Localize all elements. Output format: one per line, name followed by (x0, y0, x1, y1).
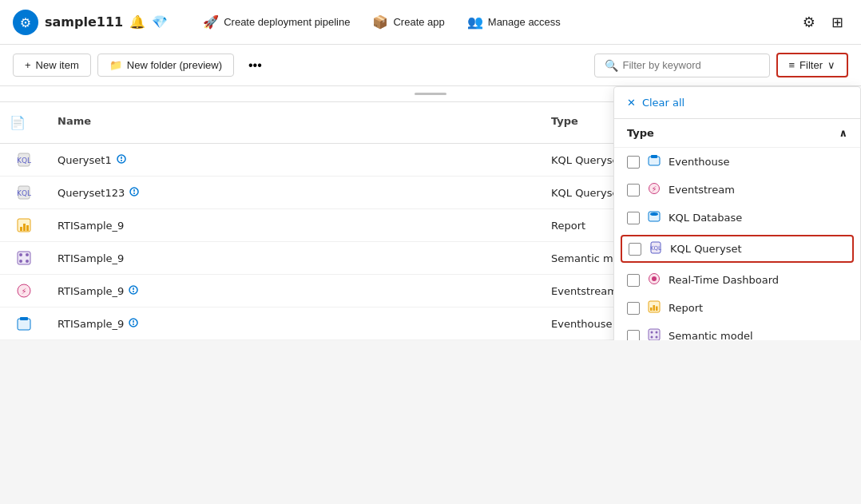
filter-checkbox-kql_database[interactable] (627, 212, 640, 224)
filter-item-label-eventstream: Eventstream (669, 184, 735, 196)
chevron-down-icon: ∨ (827, 59, 835, 71)
filter-item-kql_queryset[interactable]: KQL KQL Queryset (621, 235, 854, 263)
filter-item-realtime_dashboard[interactable]: Real-Time Dashboard (614, 266, 860, 294)
new-item-button[interactable]: + New item (13, 54, 91, 77)
row-name-cell: RTISample_9 (48, 310, 542, 338)
svg-point-36 (650, 212, 658, 216)
svg-rect-45 (649, 329, 660, 340)
filter-item-semantic_model[interactable]: Semantic model (614, 322, 860, 340)
windows-icon: ⊞ (827, 9, 848, 35)
filter-item-label-eventhouse: Eventhouse (669, 156, 729, 168)
main-content: 📄 Name Type Task KQL Queryset1 KQL Query… (0, 86, 861, 340)
plus-icon: + (25, 59, 31, 71)
search-box[interactable]: 🔍 (594, 54, 770, 77)
svg-rect-43 (653, 305, 656, 311)
create-deployment-label: Create deployment pipeline (224, 16, 350, 28)
svg-rect-15 (26, 225, 29, 231)
filter-button[interactable]: ≡ Filter ∨ (776, 53, 848, 77)
svg-point-18 (26, 253, 29, 256)
clear-all-label: Clear all (642, 97, 684, 109)
filter-checkbox-eventhouse[interactable] (627, 156, 640, 169)
more-options-button[interactable]: ••• (240, 54, 270, 77)
row-badge (129, 187, 139, 199)
svg-point-6 (121, 160, 122, 161)
svg-text:KQL: KQL (650, 245, 661, 252)
filter-item-icon-eventstream: ⚡ (648, 182, 661, 197)
svg-text:⚡: ⚡ (21, 287, 26, 296)
filter-icon: ≡ (789, 59, 796, 71)
row-name-cell: Queryset1 (48, 146, 542, 174)
row-type-icon: KQL (0, 177, 48, 208)
filter-item-icon-kql_database (648, 210, 661, 225)
search-input[interactable] (623, 59, 760, 71)
toolbar: + New item 📁 New folder (preview) ••• 🔍 … (0, 45, 861, 86)
topnav-actions: 🚀 Create deployment pipeline 📦 Create ap… (193, 10, 570, 34)
row-name-cell: RTISample_9 (48, 212, 542, 240)
rocket-icon: 🚀 (203, 14, 219, 30)
search-icon: 🔍 (605, 59, 618, 72)
filter-label: Filter (800, 59, 823, 71)
type-section-header[interactable]: Type ∧ (614, 119, 860, 148)
svg-rect-44 (656, 307, 658, 312)
settings-icon[interactable]: ⚙️ (798, 9, 820, 35)
filter-checkbox-report[interactable] (627, 302, 640, 315)
svg-rect-42 (650, 308, 653, 311)
row-type-icon (0, 209, 48, 241)
svg-point-30 (133, 323, 134, 325)
row-name-cell: Queryset123 (48, 179, 542, 207)
filter-checkbox-eventstream[interactable] (627, 184, 640, 196)
svg-point-48 (651, 336, 653, 339)
filter-checkbox-realtime_dashboard[interactable] (627, 274, 640, 287)
svg-point-17 (19, 253, 22, 256)
chevron-up-icon: ∧ (839, 127, 847, 139)
row-name-text: RTISample_9 (58, 318, 124, 330)
svg-point-20 (26, 260, 29, 263)
app-icon: 📦 (372, 14, 388, 30)
filter-item-label-report: Report (669, 302, 703, 314)
create-deployment-button[interactable]: 🚀 Create deployment pipeline (193, 10, 359, 34)
row-name-text: RTISample_9 (58, 252, 124, 264)
filter-item-icon-kql_queryset: KQL (649, 241, 662, 256)
manage-access-label: Manage access (488, 16, 561, 28)
row-type-icon: ⚡ (0, 275, 48, 307)
filter-item-label-realtime_dashboard: Real-Time Dashboard (669, 274, 779, 286)
row-type-icon (0, 308, 48, 339)
svg-rect-26 (18, 319, 30, 330)
filter-item-eventhouse[interactable]: Eventhouse (614, 148, 860, 176)
svg-text:KQL: KQL (17, 189, 31, 197)
folder-icon: 📁 (109, 59, 122, 71)
workspace-name: sample111 (45, 14, 123, 30)
manage-access-button[interactable]: 👥 Manage access (458, 10, 570, 34)
row-name-text: Queryset123 (58, 187, 125, 199)
filter-checkbox-semantic_model[interactable] (627, 330, 640, 341)
filter-item-icon-realtime_dashboard (648, 272, 661, 288)
new-folder-label: New folder (preview) (127, 59, 222, 71)
filter-item-label-semantic_model: Semantic model (669, 330, 753, 340)
col-icon-header: 📄 (0, 109, 48, 137)
svg-point-19 (19, 260, 22, 263)
svg-point-46 (651, 331, 653, 334)
create-app-button[interactable]: 📦 Create app (363, 10, 454, 34)
clear-all-button[interactable]: ✕ Clear all (614, 87, 860, 119)
filter-item-kql_database[interactable]: KQL Database (614, 204, 860, 232)
new-folder-button[interactable]: 📁 New folder (preview) (97, 54, 234, 77)
col-name-header: Name (48, 109, 542, 137)
workspace-logo: ⚙ sample111 🔔 💎 (13, 10, 168, 35)
svg-point-11 (133, 192, 135, 194)
document-icon: 📄 (10, 115, 26, 130)
filter-item-icon-report (648, 300, 661, 315)
new-item-label: New item (36, 59, 79, 71)
svg-rect-27 (20, 317, 28, 320)
filter-item-eventstream[interactable]: ⚡ Eventstream (614, 176, 860, 204)
top-navigation: ⚙ sample111 🔔 💎 🚀 Create deployment pipe… (0, 0, 861, 45)
svg-text:⚡: ⚡ (651, 185, 657, 193)
svg-rect-14 (23, 224, 26, 231)
ellipsis-icon: ••• (248, 58, 262, 72)
filter-checkbox-kql_queryset[interactable] (629, 243, 641, 256)
filter-item-report[interactable]: Report (614, 294, 860, 322)
svg-rect-32 (651, 155, 657, 158)
svg-point-49 (656, 336, 658, 339)
filter-item-icon-eventhouse (648, 154, 661, 169)
filter-item-label-kql_queryset: KQL Queryset (670, 243, 742, 255)
svg-text:⚙: ⚙ (20, 15, 31, 30)
